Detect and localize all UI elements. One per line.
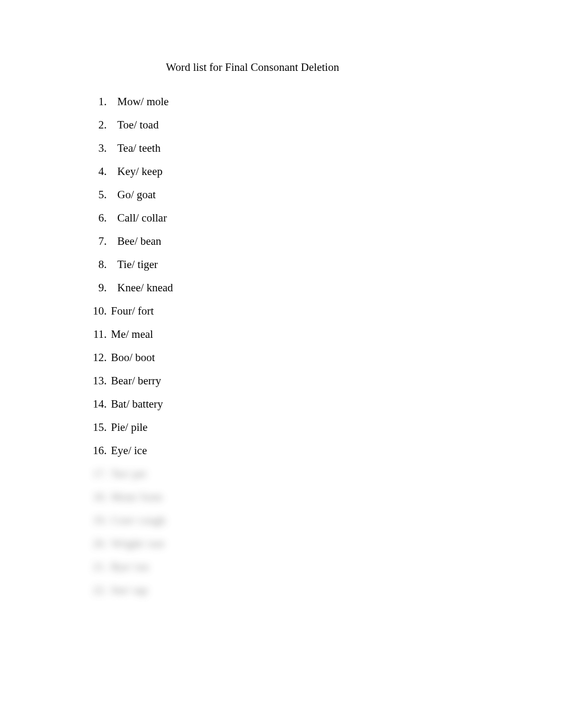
list-item-text: Tea/ teeth [117, 143, 161, 154]
list-item: 10.Four/ fort [89, 306, 508, 317]
list-item-number: 14. [89, 399, 107, 410]
list-item-pad [107, 375, 111, 386]
list-item-pad [107, 119, 117, 131]
list-item-text: Knee/ knead [117, 282, 173, 293]
list-item-pad [107, 189, 117, 200]
list-item-number: 6. [89, 213, 107, 224]
list-item-number: 12. [89, 352, 107, 363]
list-item-number: 10. [89, 306, 107, 317]
list-item-text: Tie/ tiger [117, 259, 158, 270]
list-item-pad [107, 329, 111, 340]
list-item-number: 18. [89, 492, 107, 503]
list-item: 9.Knee/ knead [89, 282, 508, 293]
list-item-pad [107, 352, 111, 363]
list-item-text: Bat/ battery [111, 399, 163, 410]
list-item: 6.Call/ collar [89, 213, 508, 224]
list-item-text: Toe/ toad [117, 119, 158, 131]
list-item-pad [107, 468, 111, 480]
list-item-pad [107, 282, 117, 293]
list-item-number: 2. [89, 119, 107, 131]
list-item-text: Mom/ form [111, 492, 162, 503]
list-item-pad [107, 538, 111, 549]
list-item-pad [107, 445, 111, 456]
list-item-text: Mow/ mole [117, 96, 169, 107]
list-item-pad [107, 422, 111, 433]
list-item: 14.Bat/ battery [89, 399, 508, 410]
list-item-pad [107, 166, 117, 177]
list-item: 11.Me/ meal [89, 329, 508, 340]
list-item-text: Bye/ ion [111, 561, 149, 573]
list-item: 16.Eye/ ice [89, 445, 508, 456]
list-item-pad [107, 306, 111, 317]
list-item-number: 3. [89, 143, 107, 154]
list-item-pad [107, 213, 117, 224]
list-item-pad [107, 515, 111, 526]
page-title: Word list for Final Consonant Deletion [89, 61, 416, 74]
word-list: 1.Mow/ mole2.Toe/ toad3.Tea/ teeth4.Key/… [89, 96, 508, 596]
list-item-pad [107, 399, 111, 410]
list-item-number: 20. [89, 538, 107, 549]
list-item: 19.Core/ cough [89, 515, 508, 526]
list-item: 15.Pie/ pile [89, 422, 508, 433]
list-item: 2.Toe/ toad [89, 119, 508, 131]
list-item: 8.Tie/ tiger [89, 259, 508, 270]
list-item-number: 13. [89, 375, 107, 386]
list-item-pad [107, 561, 111, 573]
list-item: 21.Bye/ ion [89, 561, 508, 573]
list-item-text: Go/ goat [117, 189, 156, 200]
list-item-number: 5. [89, 189, 107, 200]
list-item: 7.Bee/ bean [89, 236, 508, 247]
list-item-text: Bear/ berry [111, 375, 161, 386]
list-item-number: 19. [89, 515, 107, 526]
list-item: 3.Tea/ teeth [89, 143, 508, 154]
list-item-number: 22. [89, 585, 107, 596]
list-item-text: Wright/ rust [111, 538, 164, 549]
list-item-number: 15. [89, 422, 107, 433]
list-item-pad [107, 143, 117, 154]
list-item-number: 21. [89, 561, 107, 573]
list-item: 4.Key/ keep [89, 166, 508, 177]
list-item-text: Call/ collar [117, 213, 167, 224]
list-item-text: Tee/ pet [111, 468, 146, 480]
list-item-pad [107, 585, 111, 596]
list-item: 22.See/ sap [89, 585, 508, 596]
list-item: 12.Boo/ boot [89, 352, 508, 363]
list-item-text: Core/ cough [111, 515, 165, 526]
list-item-text: Pie/ pile [111, 422, 147, 433]
list-item-number: 9. [89, 282, 107, 293]
list-item-number: 7. [89, 236, 107, 247]
list-item-pad [107, 96, 117, 107]
list-item-number: 4. [89, 166, 107, 177]
list-item: 1.Mow/ mole [89, 96, 508, 107]
list-item: 5.Go/ goat [89, 189, 508, 200]
list-item-pad [107, 492, 111, 503]
list-item-number: 8. [89, 259, 107, 270]
list-item-text: Me/ meal [111, 329, 153, 340]
list-item-text: Key/ keep [117, 166, 163, 177]
list-item: 20.Wright/ rust [89, 538, 508, 549]
list-item-number: 16. [89, 445, 107, 456]
list-item-number: 11. [89, 329, 107, 340]
list-item-text: Four/ fort [111, 306, 154, 317]
list-item-pad [107, 236, 117, 247]
list-item-text: Bee/ bean [117, 236, 161, 247]
list-item-pad [107, 259, 117, 270]
list-item-number: 1. [89, 96, 107, 107]
list-item-number: 17. [89, 468, 107, 480]
list-item: 13.Bear/ berry [89, 375, 508, 386]
list-item: 18.Mom/ form [89, 492, 508, 503]
list-item: 17.Tee/ pet [89, 468, 508, 480]
list-item-text: Eye/ ice [111, 445, 147, 456]
list-item-text: See/ sap [111, 585, 147, 596]
list-item-text: Boo/ boot [111, 352, 155, 363]
